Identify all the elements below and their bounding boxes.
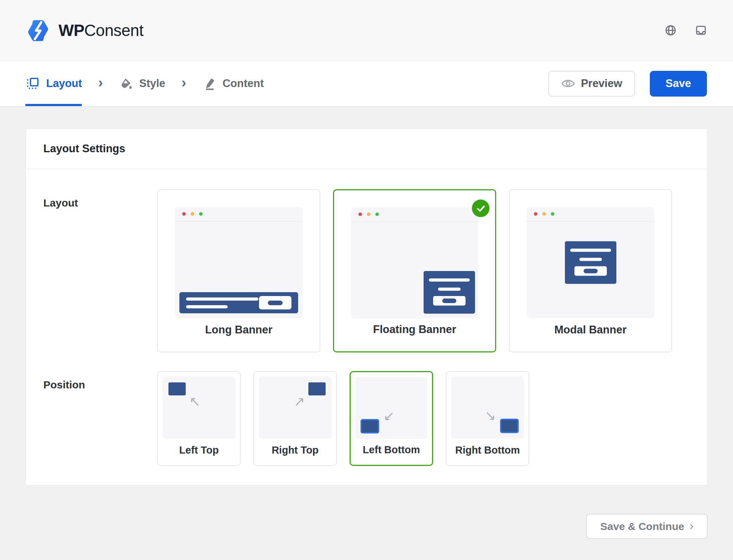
- arrow-down-right-icon: ↘: [485, 409, 496, 422]
- position-option-label: Left Top: [158, 444, 240, 456]
- banner-button-pill: [584, 269, 598, 273]
- banner-text-line: [429, 278, 470, 282]
- footer-bar: Save & Continue ›: [25, 514, 708, 539]
- pencil-icon: [202, 77, 215, 90]
- modal-banner-preview: [565, 241, 616, 284]
- banner-accept-button-shape: [574, 266, 607, 276]
- browser-mockup-titlebar: [526, 207, 654, 222]
- banner-text-line: [186, 305, 228, 308]
- layout-field-label: Layout: [43, 189, 157, 209]
- tab-style-label: Style: [139, 77, 165, 90]
- tab-style[interactable]: Style: [119, 61, 165, 106]
- nav-chevron-separator: ›: [98, 75, 103, 92]
- banner-accept-button-shape: [259, 296, 291, 309]
- banner-position-square: [361, 419, 379, 433]
- tab-content[interactable]: Content: [202, 61, 264, 106]
- position-options: ↖ Left Top ↗ Right Top: [157, 371, 529, 466]
- browser-mockup: [175, 207, 303, 318]
- banner-text-lines: [186, 297, 258, 308]
- traffic-light-green: [199, 212, 203, 216]
- banner-position-square: [500, 419, 519, 433]
- browser-mockup-titlebar: [175, 207, 303, 222]
- tab-content-label: Content: [222, 77, 264, 90]
- long-banner-preview: [179, 292, 298, 313]
- brand-name-regular: Consent: [84, 21, 143, 39]
- selected-check-badge: [472, 199, 489, 217]
- position-option-label: Left Bottom: [351, 444, 432, 456]
- layout-settings-panel: Layout Settings Layout: [25, 128, 708, 486]
- traffic-light-yellow: [542, 212, 546, 216]
- floating-banner-preview: [424, 271, 475, 314]
- traffic-light-yellow: [367, 213, 370, 216]
- check-icon: [476, 204, 486, 213]
- position-field-row: Position ↖ Left Top ↗: [43, 371, 690, 466]
- chevron-right-icon: ›: [690, 519, 694, 534]
- traffic-light-green: [375, 213, 379, 216]
- eye-icon: [561, 78, 575, 89]
- save-button[interactable]: Save: [650, 71, 707, 97]
- position-option-left-top[interactable]: ↖ Left Top: [157, 371, 241, 466]
- browser-mockup-titlebar: [351, 207, 478, 222]
- layout-option-label: Floating Banner: [334, 323, 495, 336]
- globe-icon[interactable]: [665, 24, 677, 36]
- tab-layout[interactable]: Layout: [26, 61, 82, 106]
- traffic-light-red: [358, 213, 362, 216]
- position-option-right-bottom[interactable]: ↘ Right Bottom: [446, 371, 529, 466]
- panel-header: Layout Settings: [26, 129, 707, 169]
- preview-button-label: Preview: [581, 77, 622, 90]
- traffic-light-red: [534, 212, 537, 216]
- layout-option-label: Long Banner: [158, 324, 320, 336]
- main-content: Layout Settings Layout: [0, 106, 733, 539]
- settings-nav: Layout › Style › Content Preview Save: [0, 61, 733, 106]
- position-mockup: ↖: [162, 376, 235, 438]
- panel-body: Layout: [26, 169, 707, 485]
- brand: WPConsent: [26, 19, 143, 42]
- layout-icon: [26, 77, 39, 90]
- banner-button-pill: [268, 301, 283, 305]
- brand-name-bold: WP: [58, 21, 84, 39]
- position-mockup: ↗: [259, 376, 332, 438]
- banner-position-square: [168, 382, 186, 395]
- app-header: WPConsent: [0, 0, 733, 61]
- nav-actions: Preview Save: [548, 71, 707, 97]
- save-continue-button[interactable]: Save & Continue ›: [586, 514, 708, 539]
- header-icons: [665, 24, 707, 36]
- position-option-label: Right Top: [254, 444, 336, 456]
- banner-text-line: [570, 249, 611, 252]
- layout-option-modal-banner[interactable]: Modal Banner: [509, 189, 672, 352]
- panel-title: Layout Settings: [43, 142, 690, 155]
- position-option-left-bottom[interactable]: ↙ Left Bottom: [350, 371, 433, 466]
- tab-layout-label: Layout: [46, 77, 82, 90]
- browser-mockup: [351, 207, 478, 319]
- inbox-icon[interactable]: [695, 24, 707, 36]
- layout-field-row: Layout: [43, 189, 690, 352]
- layout-option-long-banner[interactable]: Long Banner: [157, 189, 320, 352]
- position-field-label: Position: [43, 371, 157, 391]
- wpconsent-logo-icon: [26, 19, 50, 42]
- banner-text-line: [579, 258, 602, 261]
- banner-accept-button-shape: [433, 296, 466, 306]
- position-option-label: Right Bottom: [446, 444, 529, 456]
- traffic-light-yellow: [191, 212, 194, 216]
- position-mockup: ↘: [451, 376, 524, 438]
- paint-bucket-icon: [119, 77, 132, 90]
- nav-chevron-separator: ›: [181, 75, 186, 92]
- arrow-down-left-icon: ↙: [383, 409, 395, 423]
- layout-option-floating-banner[interactable]: Floating Banner: [333, 189, 496, 352]
- layout-option-label: Modal Banner: [510, 324, 671, 336]
- layout-options: Long Banner: [157, 189, 672, 352]
- arrow-up-left-icon: ↖: [189, 395, 201, 408]
- banner-button-pill: [442, 299, 456, 303]
- arrow-up-right-icon: ↗: [294, 395, 305, 408]
- traffic-light-green: [551, 212, 554, 216]
- position-option-right-top[interactable]: ↗ Right Top: [253, 371, 337, 466]
- preview-button[interactable]: Preview: [548, 71, 635, 97]
- position-mockup: ↙: [355, 377, 427, 439]
- browser-mockup: [526, 207, 654, 318]
- save-continue-label: Save & Continue: [600, 521, 684, 533]
- traffic-light-red: [182, 212, 186, 216]
- banner-position-square: [308, 382, 326, 395]
- brand-name: WPConsent: [58, 21, 143, 40]
- banner-text-line: [186, 297, 258, 301]
- banner-text-line: [438, 288, 461, 291]
